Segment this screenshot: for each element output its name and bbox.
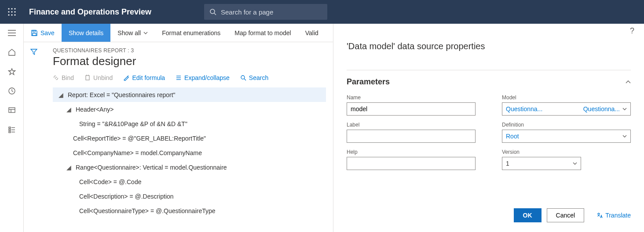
hamburger-icon[interactable] xyxy=(7,28,17,38)
tree-row[interactable]: String = "&R&10Page &P of &N &D &T" xyxy=(53,116,326,131)
svg-point-0 xyxy=(8,8,9,9)
save-icon xyxy=(31,29,38,36)
home-icon[interactable] xyxy=(7,47,17,57)
label-input[interactable] xyxy=(347,130,476,143)
svg-rect-20 xyxy=(9,131,11,133)
name-input[interactable] xyxy=(347,102,476,116)
svg-point-6 xyxy=(8,14,9,15)
model-label: Model xyxy=(502,94,631,101)
svg-rect-15 xyxy=(9,108,15,112)
svg-point-7 xyxy=(11,14,12,15)
caret-down-icon: ◢ xyxy=(65,106,72,113)
help-label: Help xyxy=(347,149,476,155)
caret-down-icon: ◢ xyxy=(57,91,64,98)
chevron-down-icon xyxy=(143,32,148,34)
format-tree: ◢Report: Excel = "Questionnaires report"… xyxy=(53,87,326,218)
svg-point-32 xyxy=(241,76,245,79)
edit-formula-button[interactable]: Edit formula xyxy=(123,74,165,81)
filter-icon[interactable] xyxy=(30,48,37,232)
chevron-up-icon[interactable] xyxy=(626,80,631,84)
svg-rect-25 xyxy=(33,33,36,36)
svg-rect-24 xyxy=(33,30,35,32)
svg-point-2 xyxy=(14,8,15,9)
save-button[interactable]: Save xyxy=(24,24,62,42)
translate-button[interactable]: Translate xyxy=(596,212,631,219)
workspace-icon[interactable] xyxy=(7,105,17,115)
clock-icon[interactable] xyxy=(7,86,17,96)
svg-point-8 xyxy=(14,14,15,15)
version-select[interactable]: 1 xyxy=(502,157,581,170)
tree-row[interactable]: Cell<CompanyName> = model.CompanyName xyxy=(53,145,326,160)
tree-row[interactable]: Cell<ReportTitle> = @"GER_LABEL:ReportTi… xyxy=(53,131,326,145)
svg-rect-18 xyxy=(9,127,11,128)
search-tree-button[interactable]: Search xyxy=(240,74,268,81)
tree-row[interactable]: Cell<QuestionnaireType> = @.Questionnair… xyxy=(53,203,326,218)
modules-icon[interactable] xyxy=(7,125,17,134)
show-all-button[interactable]: Show all xyxy=(110,24,155,42)
version-label: Version xyxy=(502,149,631,155)
svg-point-3 xyxy=(8,11,9,12)
section-parameters: Parameters xyxy=(347,77,390,87)
validate-button[interactable]: Valid xyxy=(298,24,326,42)
svg-line-33 xyxy=(244,79,246,80)
panel-title: 'Data model' data source properties xyxy=(347,41,631,51)
tree-row[interactable]: ◢Report: Excel = "Questionnaires report" xyxy=(53,87,326,102)
svg-point-9 xyxy=(210,9,215,14)
app-title: Finance and Operations Preview xyxy=(24,7,182,17)
svg-point-1 xyxy=(11,8,12,9)
model-select[interactable]: Questionna... Questionna... xyxy=(502,102,631,116)
save-label: Save xyxy=(40,29,55,36)
svg-point-4 xyxy=(11,11,12,12)
tree-row[interactable]: ◢Range<Questionnaire>: Vertical = model.… xyxy=(53,160,326,174)
star-icon[interactable] xyxy=(7,67,17,76)
map-format-button[interactable]: Map format to model xyxy=(227,24,298,42)
unbind-button: Unbind xyxy=(84,74,113,81)
svg-line-10 xyxy=(214,13,216,15)
name-label: Name xyxy=(347,94,476,101)
search-icon xyxy=(209,8,216,15)
definition-select[interactable]: Root xyxy=(502,130,631,143)
tree-row[interactable]: Cell<Description> = @.Description xyxy=(53,189,326,203)
format-enumerations-button[interactable]: Format enumerations xyxy=(155,24,227,42)
search-box[interactable] xyxy=(204,4,327,20)
help-input[interactable] xyxy=(347,157,476,170)
translate-icon xyxy=(596,212,603,218)
tree-row[interactable]: ◢Header<Any> xyxy=(53,102,326,116)
waffle-icon[interactable] xyxy=(0,0,24,24)
svg-point-5 xyxy=(14,11,15,12)
cancel-button[interactable]: Cancel xyxy=(547,208,585,222)
svg-rect-26 xyxy=(86,76,89,80)
bind-button: Bind xyxy=(53,74,74,81)
expand-collapse-button[interactable]: Expand/collapse xyxy=(176,74,230,81)
tree-row[interactable]: Cell<Code> = @.Code xyxy=(53,174,326,189)
help-icon[interactable]: ? xyxy=(630,26,634,36)
ok-button[interactable]: OK xyxy=(514,208,542,222)
svg-rect-19 xyxy=(9,129,11,130)
search-input[interactable] xyxy=(221,8,322,16)
page-title: Format designer xyxy=(53,54,326,68)
breadcrumb: QUESTIONNAIRES REPORT : 3 xyxy=(53,47,326,54)
definition-label: Definition xyxy=(502,122,631,128)
caret-down-icon: ◢ xyxy=(65,164,72,171)
label-label: Label xyxy=(347,122,476,128)
show-details-button[interactable]: Show details xyxy=(62,24,110,42)
